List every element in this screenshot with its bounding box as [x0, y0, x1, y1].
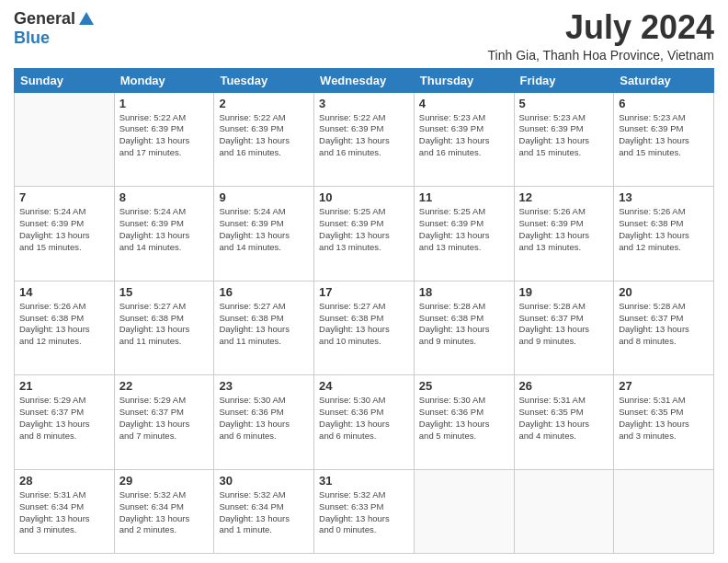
- day-info: Sunrise: 5:22 AM Sunset: 6:39 PM Dayligh…: [119, 112, 210, 159]
- calendar-cell: 6Sunrise: 5:23 AM Sunset: 6:39 PM Daylig…: [614, 92, 714, 187]
- calendar-cell: 3Sunrise: 5:22 AM Sunset: 6:39 PM Daylig…: [314, 92, 415, 187]
- calendar-cell: 26Sunrise: 5:31 AM Sunset: 6:35 PM Dayli…: [514, 375, 614, 470]
- calendar-cell: 18Sunrise: 5:28 AM Sunset: 6:38 PM Dayli…: [414, 281, 514, 375]
- logo: General Blue: [14, 9, 96, 48]
- day-number: 15: [119, 285, 210, 299]
- calendar-cell: 8Sunrise: 5:24 AM Sunset: 6:39 PM Daylig…: [114, 187, 214, 282]
- day-info: Sunrise: 5:32 AM Sunset: 6:34 PM Dayligh…: [119, 489, 210, 536]
- day-number: 16: [219, 285, 309, 299]
- calendar-header-row: Sunday Monday Tuesday Wednesday Thursday…: [15, 68, 714, 92]
- week-row-2: 7Sunrise: 5:24 AM Sunset: 6:39 PM Daylig…: [15, 187, 714, 282]
- week-row-5: 28Sunrise: 5:31 AM Sunset: 6:34 PM Dayli…: [15, 470, 714, 554]
- calendar-cell: 24Sunrise: 5:30 AM Sunset: 6:36 PM Dayli…: [314, 375, 415, 470]
- day-number: 20: [619, 285, 709, 299]
- header: General Blue July 2024 Tinh Gia, Thanh H…: [14, 9, 714, 63]
- day-info: Sunrise: 5:26 AM Sunset: 6:39 PM Dayligh…: [519, 206, 609, 253]
- col-tuesday: Tuesday: [214, 68, 314, 92]
- col-monday: Monday: [114, 68, 214, 92]
- day-info: Sunrise: 5:24 AM Sunset: 6:39 PM Dayligh…: [119, 206, 210, 253]
- day-info: Sunrise: 5:24 AM Sunset: 6:39 PM Dayligh…: [219, 206, 309, 253]
- day-number: 23: [219, 379, 309, 393]
- day-number: 17: [319, 285, 409, 299]
- day-info: Sunrise: 5:28 AM Sunset: 6:37 PM Dayligh…: [619, 301, 709, 348]
- day-info: Sunrise: 5:30 AM Sunset: 6:36 PM Dayligh…: [219, 395, 309, 442]
- day-number: 13: [619, 190, 709, 204]
- calendar-cell: 13Sunrise: 5:26 AM Sunset: 6:38 PM Dayli…: [614, 187, 714, 282]
- day-info: Sunrise: 5:28 AM Sunset: 6:38 PM Dayligh…: [419, 301, 509, 348]
- day-number: 4: [419, 97, 509, 110]
- day-info: Sunrise: 5:30 AM Sunset: 6:36 PM Dayligh…: [419, 395, 509, 442]
- day-number: 5: [519, 97, 609, 110]
- day-info: Sunrise: 5:24 AM Sunset: 6:39 PM Dayligh…: [19, 206, 109, 253]
- day-number: 22: [119, 379, 210, 393]
- calendar-cell: 21Sunrise: 5:29 AM Sunset: 6:37 PM Dayli…: [15, 375, 115, 470]
- page: General Blue July 2024 Tinh Gia, Thanh H…: [0, 0, 728, 563]
- col-thursday: Thursday: [414, 68, 514, 92]
- day-number: 1: [119, 97, 210, 110]
- calendar-cell: 14Sunrise: 5:26 AM Sunset: 6:38 PM Dayli…: [15, 281, 115, 375]
- calendar-table: Sunday Monday Tuesday Wednesday Thursday…: [14, 68, 714, 554]
- day-number: 11: [419, 190, 509, 204]
- month-title: July 2024: [488, 9, 714, 46]
- day-number: 3: [319, 97, 409, 110]
- location-title: Tinh Gia, Thanh Hoa Province, Vietnam: [488, 48, 714, 63]
- day-info: Sunrise: 5:25 AM Sunset: 6:39 PM Dayligh…: [319, 206, 409, 253]
- calendar-cell: 12Sunrise: 5:26 AM Sunset: 6:39 PM Dayli…: [514, 187, 614, 282]
- calendar-cell: 7Sunrise: 5:24 AM Sunset: 6:39 PM Daylig…: [15, 187, 115, 282]
- calendar-cell: 17Sunrise: 5:27 AM Sunset: 6:38 PM Dayli…: [314, 281, 415, 375]
- day-number: 2: [219, 97, 309, 110]
- calendar-cell: 4Sunrise: 5:23 AM Sunset: 6:39 PM Daylig…: [414, 92, 514, 187]
- calendar-cell: [414, 470, 514, 554]
- week-row-4: 21Sunrise: 5:29 AM Sunset: 6:37 PM Dayli…: [15, 375, 714, 470]
- day-info: Sunrise: 5:22 AM Sunset: 6:39 PM Dayligh…: [319, 112, 409, 159]
- day-number: 24: [319, 379, 409, 393]
- week-row-1: 1Sunrise: 5:22 AM Sunset: 6:39 PM Daylig…: [15, 92, 714, 187]
- calendar-body: 1Sunrise: 5:22 AM Sunset: 6:39 PM Daylig…: [15, 92, 714, 553]
- calendar-cell: 1Sunrise: 5:22 AM Sunset: 6:39 PM Daylig…: [114, 92, 214, 187]
- day-number: 9: [219, 190, 309, 204]
- calendar-cell: 22Sunrise: 5:29 AM Sunset: 6:37 PM Dayli…: [114, 375, 214, 470]
- calendar-cell: [15, 92, 115, 187]
- day-info: Sunrise: 5:31 AM Sunset: 6:35 PM Dayligh…: [519, 395, 609, 442]
- day-info: Sunrise: 5:30 AM Sunset: 6:36 PM Dayligh…: [319, 395, 409, 442]
- day-number: 21: [19, 379, 109, 393]
- day-number: 8: [119, 190, 210, 204]
- day-number: 19: [519, 285, 609, 299]
- calendar-cell: 16Sunrise: 5:27 AM Sunset: 6:38 PM Dayli…: [214, 281, 314, 375]
- calendar-cell: 19Sunrise: 5:28 AM Sunset: 6:37 PM Dayli…: [514, 281, 614, 375]
- day-info: Sunrise: 5:27 AM Sunset: 6:38 PM Dayligh…: [319, 301, 409, 348]
- day-number: 25: [419, 379, 509, 393]
- calendar-cell: 20Sunrise: 5:28 AM Sunset: 6:37 PM Dayli…: [614, 281, 714, 375]
- day-number: 30: [219, 474, 309, 488]
- day-info: Sunrise: 5:32 AM Sunset: 6:33 PM Dayligh…: [319, 489, 409, 536]
- day-info: Sunrise: 5:23 AM Sunset: 6:39 PM Dayligh…: [619, 112, 709, 159]
- col-saturday: Saturday: [614, 68, 714, 92]
- day-info: Sunrise: 5:26 AM Sunset: 6:38 PM Dayligh…: [619, 206, 709, 253]
- calendar-cell: 23Sunrise: 5:30 AM Sunset: 6:36 PM Dayli…: [214, 375, 314, 470]
- day-info: Sunrise: 5:22 AM Sunset: 6:39 PM Dayligh…: [219, 112, 309, 159]
- logo-icon: [77, 10, 96, 29]
- calendar-cell: 27Sunrise: 5:31 AM Sunset: 6:35 PM Dayli…: [614, 375, 714, 470]
- week-row-3: 14Sunrise: 5:26 AM Sunset: 6:38 PM Dayli…: [15, 281, 714, 375]
- day-info: Sunrise: 5:23 AM Sunset: 6:39 PM Dayligh…: [419, 112, 509, 159]
- logo-general-text: General: [14, 9, 75, 29]
- col-friday: Friday: [514, 68, 614, 92]
- day-info: Sunrise: 5:26 AM Sunset: 6:38 PM Dayligh…: [19, 301, 109, 348]
- calendar-cell: 9Sunrise: 5:24 AM Sunset: 6:39 PM Daylig…: [214, 187, 314, 282]
- day-info: Sunrise: 5:27 AM Sunset: 6:38 PM Dayligh…: [119, 301, 210, 348]
- day-number: 26: [519, 379, 609, 393]
- day-number: 29: [119, 474, 210, 488]
- calendar-cell: 31Sunrise: 5:32 AM Sunset: 6:33 PM Dayli…: [314, 470, 415, 554]
- day-info: Sunrise: 5:31 AM Sunset: 6:35 PM Dayligh…: [619, 395, 709, 442]
- day-number: 10: [319, 190, 409, 204]
- day-number: 7: [19, 190, 109, 204]
- day-info: Sunrise: 5:25 AM Sunset: 6:39 PM Dayligh…: [419, 206, 509, 253]
- svg-marker-0: [79, 12, 94, 25]
- day-number: 31: [319, 474, 409, 488]
- calendar-cell: 2Sunrise: 5:22 AM Sunset: 6:39 PM Daylig…: [214, 92, 314, 187]
- calendar-cell: 25Sunrise: 5:30 AM Sunset: 6:36 PM Dayli…: [414, 375, 514, 470]
- day-info: Sunrise: 5:29 AM Sunset: 6:37 PM Dayligh…: [19, 395, 109, 442]
- calendar-cell: 29Sunrise: 5:32 AM Sunset: 6:34 PM Dayli…: [114, 470, 214, 554]
- col-wednesday: Wednesday: [314, 68, 415, 92]
- day-number: 6: [619, 97, 709, 110]
